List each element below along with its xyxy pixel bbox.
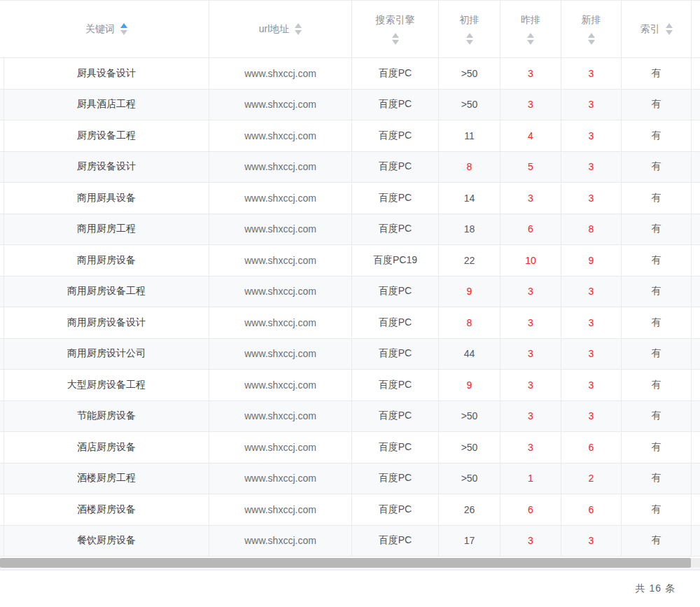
cell-right-sliver [692, 58, 700, 89]
cell-yesterday-rank: 3 [500, 370, 561, 400]
cell-url: www.shxccj.com [209, 339, 352, 370]
cell-url: www.shxccj.com [209, 90, 352, 120]
sort-icon[interactable] [392, 33, 399, 45]
cell-text: 有 [652, 441, 662, 454]
cell-engine: 百度PC [352, 58, 439, 89]
cell-right-sliver [692, 152, 700, 183]
cell-keyword: 商用厨房工程 [4, 214, 209, 245]
cell-text: 百度PC [379, 534, 412, 547]
cell-text: 商用厨具设备 [77, 192, 136, 204]
horizontal-scrollbar-thumb[interactable] [0, 558, 691, 568]
column-header-engine-label: 搜索引擎 [376, 14, 415, 27]
cell-new-rank: 3 [561, 152, 622, 183]
cell-index: 有 [622, 370, 692, 400]
cell-engine: 百度PC [352, 183, 439, 214]
table-row[interactable]: 节能厨房设备 www.shxccj.com 百度PC >50 3 3 有 [0, 401, 700, 433]
cell-url: www.shxccj.com [209, 401, 352, 432]
sort-icon[interactable] [527, 33, 534, 45]
cell-text: 厨具酒店工程 [77, 98, 136, 111]
cell-right-sliver [692, 120, 700, 151]
table-row[interactable]: 商用厨具设备 www.shxccj.com 百度PC 14 3 3 有 [0, 183, 700, 214]
cell-text: 商用厨房设备工程 [67, 285, 146, 298]
horizontal-scrollbar[interactable] [0, 558, 700, 568]
column-header-initial-rank[interactable]: 初排 [439, 1, 500, 57]
sort-icon[interactable] [666, 23, 673, 35]
column-header-yesterday-rank[interactable]: 昨排 [500, 1, 561, 57]
cell-text: www.shxccj.com [244, 535, 316, 546]
cell-keyword: 厨具设备设计 [4, 58, 209, 89]
cell-text: 3 [528, 68, 533, 79]
cell-initial-rank: 17 [439, 526, 500, 557]
cell-text: www.shxccj.com [244, 410, 316, 421]
cell-engine: 百度PC [352, 120, 439, 151]
cell-new-rank: 3 [561, 183, 622, 214]
table-row[interactable]: 厨具酒店工程 www.shxccj.com 百度PC >50 3 3 有 [0, 90, 700, 121]
cell-text: 8 [589, 223, 594, 235]
cell-index: 有 [622, 245, 692, 276]
cell-text: 3 [589, 99, 594, 110]
column-header-keyword[interactable]: 关键词 [4, 1, 209, 57]
column-header-engine[interactable]: 搜索引擎 [352, 1, 439, 57]
cell-text: 44 [464, 348, 475, 359]
cell-keyword: 厨具酒店工程 [4, 90, 209, 120]
cell-keyword: 厨房设备工程 [4, 120, 209, 151]
cell-text: www.shxccj.com [244, 130, 316, 141]
cell-text: www.shxccj.com [244, 317, 316, 328]
cell-yesterday-rank: 3 [500, 277, 561, 307]
cell-text: 百度PC [379, 410, 412, 422]
cell-text: 3 [528, 286, 533, 297]
keyword-rank-page: 关键词 url地址 搜索引擎 初排 昨排 新排 索引 [0, 0, 700, 607]
cell-url: www.shxccj.com [209, 120, 352, 151]
table-row[interactable]: 厨具设备设计 www.shxccj.com 百度PC >50 3 3 有 [0, 58, 700, 90]
table-row[interactable]: 商用厨房设备工程 www.shxccj.com 百度PC 9 3 3 有 [0, 277, 700, 308]
cell-new-rank: 8 [561, 214, 622, 245]
cell-text: 3 [528, 99, 533, 110]
cell-engine: 百度PC [352, 339, 439, 370]
cell-text: 3 [589, 348, 594, 359]
table-row[interactable]: 酒店厨房设备 www.shxccj.com 百度PC >50 3 6 有 [0, 432, 700, 463]
cell-text: 有 [652, 160, 662, 173]
cell-text: 3 [528, 317, 533, 328]
table-row[interactable]: 厨房设备设计 www.shxccj.com 百度PC 8 5 3 有 [0, 152, 700, 183]
table-row[interactable]: 大型厨房设备工程 www.shxccj.com 百度PC 9 3 3 有 [0, 370, 700, 401]
table-row[interactable]: 商用厨房工程 www.shxccj.com 百度PC 18 6 8 有 [0, 214, 700, 246]
table-row[interactable]: 商用厨房设备 www.shxccj.com 百度PC19 22 10 9 有 [0, 245, 700, 277]
table-row[interactable]: 酒楼厨房设备 www.shxccj.com 百度PC 26 6 6 有 [0, 494, 700, 526]
sort-icon[interactable] [466, 33, 473, 45]
cell-text: 5 [528, 161, 533, 172]
cell-text: 14 [464, 193, 475, 204]
cell-text: 2 [589, 473, 594, 484]
cell-text: 3 [589, 317, 594, 328]
cell-text: 3 [589, 161, 594, 172]
cell-index: 有 [622, 214, 692, 245]
cell-text: 百度PC [379, 347, 412, 360]
sort-icon[interactable] [120, 23, 127, 35]
cell-text: www.shxccj.com [244, 348, 316, 359]
table-row[interactable]: 酒楼厨房工程 www.shxccj.com 百度PC >50 1 2 有 [0, 463, 700, 495]
cell-text: 有 [652, 316, 662, 329]
header-cell-right-sliver [692, 1, 700, 57]
cell-new-rank: 3 [561, 526, 622, 557]
sort-icon[interactable] [295, 23, 302, 35]
cell-index: 有 [622, 120, 692, 151]
table-row[interactable]: 商用厨房设备设计 www.shxccj.com 百度PC 8 3 3 有 [0, 307, 700, 339]
table-row[interactable]: 餐饮厨房设备 www.shxccj.com 百度PC 17 3 3 有 [0, 526, 700, 557]
sort-icon[interactable] [588, 33, 595, 45]
cell-right-sliver [692, 307, 700, 338]
column-header-index[interactable]: 索引 [622, 1, 692, 57]
cell-yesterday-rank: 6 [500, 214, 561, 245]
cell-yesterday-rank: 3 [500, 432, 561, 463]
column-header-url[interactable]: url地址 [209, 1, 352, 57]
table-row[interactable]: 厨房设备工程 www.shxccj.com 百度PC 11 4 3 有 [0, 120, 700, 152]
table-row[interactable]: 商用厨房设计公司 www.shxccj.com 百度PC 44 3 3 有 [0, 339, 700, 370]
cell-text: 百度PC19 [373, 254, 417, 267]
cell-url: www.shxccj.com [209, 214, 352, 245]
cell-right-sliver [692, 401, 700, 432]
cell-text: >50 [461, 442, 478, 453]
cell-text: 百度PC [379, 316, 412, 329]
cell-text: 商用厨房设备设计 [67, 316, 146, 329]
column-header-new-rank[interactable]: 新排 [561, 1, 622, 57]
cell-text: 26 [464, 504, 475, 515]
cell-text: 百度PC [379, 67, 412, 80]
cell-initial-rank: 8 [439, 152, 500, 183]
